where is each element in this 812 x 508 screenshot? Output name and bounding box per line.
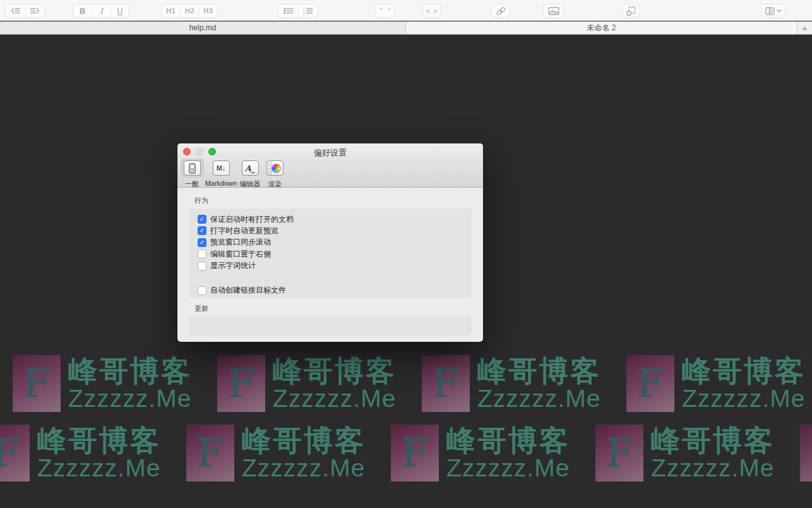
bold-button[interactable]: B xyxy=(73,4,92,17)
checkbox[interactable]: ✓ xyxy=(198,226,206,235)
checkbox-row[interactable]: ✓ 显示字词统计 xyxy=(198,260,472,272)
bullet-list-button[interactable] xyxy=(278,4,298,17)
checkbox-row[interactable]: ✓ 打字时自动更新预览 xyxy=(198,225,472,236)
pref-tab-markdown[interactable]: M↓ Markdown xyxy=(204,159,238,187)
columns-layout-icon xyxy=(765,7,775,15)
link-icon xyxy=(496,6,506,16)
markdown-icon: M↓ xyxy=(213,160,230,176)
watermark-logo: F xyxy=(595,425,643,481)
biu-segmented-control: B I U xyxy=(73,4,129,18)
watermark-logo: F xyxy=(217,355,265,412)
dialog-title: 偏好设置 xyxy=(177,143,483,159)
layout-dropdown-button[interactable] xyxy=(761,4,785,18)
watermark: F 峰哥博客Zzzzzz.Me xyxy=(0,425,186,483)
watermark: F 峰哥博客Zzzzzz.Me xyxy=(626,355,812,413)
watermark-logo: F xyxy=(422,355,470,412)
update-section-label: 更新 xyxy=(194,304,472,313)
tab-bar: help.md 未命名 2 + xyxy=(0,21,812,35)
code-button[interactable]: < > xyxy=(422,4,441,18)
pref-tab-editor[interactable]: A_ 编辑器 xyxy=(236,159,264,189)
svg-text:1: 1 xyxy=(303,7,305,11)
watermark-logo: F xyxy=(0,425,30,481)
watermark-logo: F xyxy=(186,425,234,481)
table-button[interactable] xyxy=(622,4,640,18)
checkbox-row[interactable]: ✓ 自动创建链接目标文件 xyxy=(198,285,472,296)
watermark: F 峰哥博客Zzzzzz.Me xyxy=(186,425,391,483)
watermark-logo: F xyxy=(391,425,439,481)
dialog-body: 行为 ✓ 保证启动时有打开的文档 ✓ 打字时自动更新预览 ✓ 预览窗口同步滚动 … xyxy=(177,188,483,342)
watermark: F 峰哥博客Zzzzzz.Me xyxy=(595,425,800,483)
chevron-down-icon xyxy=(777,9,782,13)
watermark: F 峰哥博客Zzzzzz.Me xyxy=(13,355,217,413)
color-wheel-icon xyxy=(266,160,284,176)
minimize-button[interactable] xyxy=(196,148,203,155)
tab-help-md[interactable]: help.md xyxy=(0,21,406,34)
checkbox[interactable]: ✓ xyxy=(198,262,206,270)
italic-button[interactable]: I xyxy=(92,4,110,17)
outdent-button[interactable] xyxy=(6,4,25,17)
underline-icon: U xyxy=(117,6,122,16)
bullet-list-icon xyxy=(284,7,294,15)
window-controls xyxy=(183,148,216,155)
h2-button[interactable]: H2 xyxy=(180,4,198,17)
image-icon xyxy=(548,7,559,15)
formatting-toolbar: B I U H1 H2 H3 1 2 “ ” < > xyxy=(0,0,812,21)
quote-icon: “ ” xyxy=(378,7,391,15)
watermark-logo: F xyxy=(800,425,812,481)
checkbox[interactable]: ✓ xyxy=(198,238,206,247)
checkbox[interactable]: ✓ xyxy=(198,215,206,224)
blockquote-button[interactable]: “ ” xyxy=(374,4,395,18)
list-segmented-control: 1 2 xyxy=(278,4,318,18)
checkbox[interactable]: ✓ xyxy=(198,286,206,295)
zoom-button[interactable] xyxy=(208,148,216,155)
check-icon: ✓ xyxy=(200,227,205,234)
numbered-list-button[interactable]: 1 2 xyxy=(298,4,318,17)
pref-tab-general[interactable]: 一般 xyxy=(180,159,204,189)
heading-segmented-control: H1 H2 H3 xyxy=(161,4,218,18)
preferences-dialog: 偏好设置 一般 M↓ Markdown A_ 编辑器 xyxy=(177,143,483,342)
link-button[interactable] xyxy=(491,4,510,18)
numbered-list-icon: 1 2 xyxy=(303,7,313,15)
checkbox-row[interactable]: ✓ 编辑窗口置于右侧 xyxy=(198,248,472,260)
watermark-subtitle: Zzzzzz.Me xyxy=(68,386,192,412)
h1-button[interactable]: H1 xyxy=(162,4,180,17)
svg-text:2: 2 xyxy=(303,11,305,15)
table-icon xyxy=(626,6,636,16)
new-tab-button[interactable]: + xyxy=(797,21,812,34)
dialog-header: 偏好设置 一般 M↓ Markdown A_ 编辑器 xyxy=(177,143,483,188)
watermark: F 峰哥博客Zzzzzz.Me xyxy=(800,425,812,483)
watermark-row: F 峰哥博客Zzzzzz.Me F 峰哥博客Zzzzzz.Me F 峰哥博客Zz… xyxy=(13,355,812,413)
watermark-row: F 峰哥博客Zzzzzz.Me F 峰哥博客Zzzzzz.Me F 峰哥博客Zz… xyxy=(0,425,812,483)
image-button[interactable] xyxy=(543,4,564,18)
watermark: F 峰哥博客Zzzzzz.Me xyxy=(391,425,595,483)
watermark-title: 峰哥博客 xyxy=(68,356,192,385)
watermark: F 峰哥博客Zzzzzz.Me xyxy=(422,355,626,413)
indent-button[interactable] xyxy=(25,4,44,17)
italic-icon: I xyxy=(100,6,103,16)
check-icon: ✓ xyxy=(200,216,205,222)
checkbox[interactable]: ✓ xyxy=(198,250,206,258)
watermark-logo: F xyxy=(626,355,674,412)
code-icon: < > xyxy=(426,7,438,15)
tab-untitled-2[interactable]: 未命名 2 xyxy=(406,21,797,34)
behavior-groupbox: ✓ 保证启动时有打开的文档 ✓ 打字时自动更新预览 ✓ 预览窗口同步滚动 ✓ 编… xyxy=(189,209,472,298)
pref-tab-render[interactable]: 渲染 xyxy=(262,159,287,189)
outdent-icon xyxy=(11,7,21,15)
close-button[interactable] xyxy=(183,148,191,155)
checkbox-row[interactable]: ✓ 保证启动时有打开的文档 xyxy=(198,214,472,225)
editor-icon: A_ xyxy=(242,160,259,176)
checkbox-row[interactable]: ✓ 预览窗口同步滚动 xyxy=(198,237,472,248)
h3-button[interactable]: H3 xyxy=(199,4,217,17)
underline-button[interactable]: U xyxy=(110,4,129,17)
indent-segmented-control xyxy=(5,4,45,18)
indent-icon xyxy=(30,7,40,15)
switch-icon xyxy=(184,160,201,176)
bold-icon: B xyxy=(80,6,85,16)
watermark-logo: F xyxy=(13,355,61,412)
update-groupbox xyxy=(189,316,472,336)
watermark: F 峰哥博客Zzzzzz.Me xyxy=(217,355,422,413)
app-window: { "app_toolbar": { "bold": "B", "italic"… xyxy=(0,0,812,508)
plus-icon: + xyxy=(802,23,808,33)
check-icon: ✓ xyxy=(200,239,205,246)
behavior-section-label: 行为 xyxy=(194,196,472,205)
